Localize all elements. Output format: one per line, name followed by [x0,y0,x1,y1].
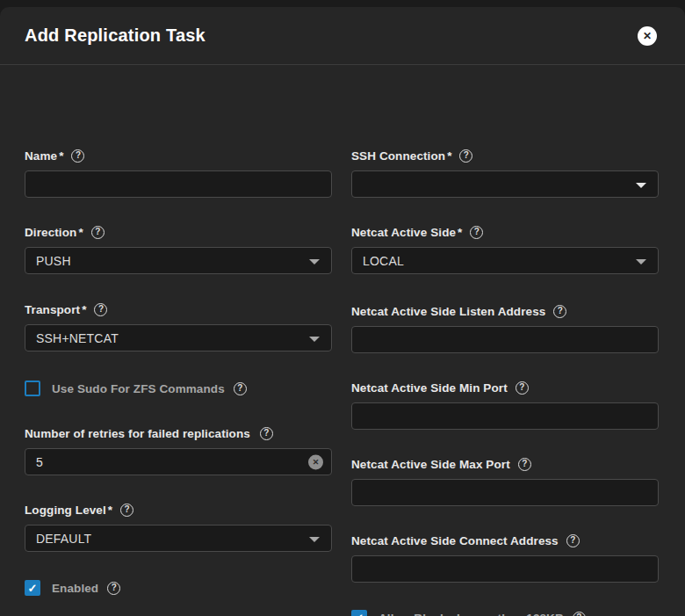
chevron-down-icon [309,337,320,342]
help-icon[interactable]: ? [516,381,529,395]
use-sudo-checkbox[interactable] [25,380,40,396]
help-icon[interactable]: ? [91,226,105,239]
field-netcat-active-side: Netcat Active Side* ? LOCAL [351,225,659,274]
field-listen-address: Netcat Active Side Listen Address ? [351,304,659,353]
listen-address-label: Netcat Active Side Listen Address [351,305,545,318]
netcat-active-side-select[interactable]: LOCAL [351,247,659,274]
help-icon[interactable]: ? [553,305,566,318]
required-marker: * [78,226,83,239]
dialog-header: Add Replication Task ✕ [0,7,685,65]
page-title: Add Replication Task [25,25,206,46]
netcat-active-side-label: Netcat Active Side [351,226,456,239]
check-icon: ✓ [28,583,38,594]
field-direction: Direction* ? PUSH [25,225,332,274]
required-marker: * [458,226,462,239]
field-ssh-connection: SSH Connection* ? [351,149,659,198]
field-allow-blocks: ✓ Allow Blocks Larger than 128KB ? [351,609,586,616]
required-marker: * [108,504,112,517]
help-icon[interactable]: ? [120,504,133,517]
retries-label: Number of retries for failed replication… [25,427,250,440]
field-connect-address: Netcat Active Side Connect Address ? [351,533,659,583]
direction-label: Direction [25,226,76,239]
direction-select[interactable]: PUSH [25,247,332,274]
required-marker: * [82,303,86,316]
max-port-input[interactable] [351,479,659,506]
required-marker: * [59,149,63,163]
listen-address-input[interactable] [351,326,659,353]
help-icon[interactable]: ? [518,458,531,471]
chevron-down-icon [309,259,320,265]
field-min-port: Netcat Active Side Min Port ? [351,380,659,430]
ssh-connection-select[interactable] [351,170,659,198]
transport-select[interactable]: SSH+NETCAT [25,324,332,351]
field-enabled: ✓ Enabled ? [25,579,120,597]
add-replication-task-dialog: Add Replication Task ✕ Name* ? Direction… [0,7,685,616]
connect-address-label: Netcat Active Side Connect Address [351,534,559,547]
connect-address-input[interactable] [351,555,659,583]
check-icon: ✓ [355,612,364,616]
allow-blocks-checkbox[interactable]: ✓ [351,610,367,616]
help-icon[interactable]: ? [260,427,273,440]
chevron-down-icon [636,183,646,188]
required-marker: * [447,149,451,163]
max-port-label: Netcat Active Side Max Port [351,458,510,471]
replication-form: Name* ? Direction* ? PUSH Transport* ? [0,65,685,615]
clear-icon[interactable]: ✕ [308,454,323,469]
close-icon[interactable]: ✕ [638,26,657,46]
chevron-down-icon [309,537,320,542]
help-icon[interactable]: ? [566,534,580,547]
name-input[interactable] [25,170,332,198]
help-icon[interactable]: ? [94,303,107,316]
logging-level-label: Logging Level [25,504,106,517]
enabled-checkbox[interactable]: ✓ [25,580,40,596]
help-icon[interactable]: ? [459,149,472,163]
chevron-down-icon [636,259,646,265]
transport-label: Transport [25,303,80,316]
allow-blocks-label: Allow Blocks Larger than 128KB [379,612,564,616]
field-name: Name* ? [25,149,332,198]
field-use-sudo: Use Sudo For ZFS Commands ? [25,380,247,397]
field-max-port: Netcat Active Side Max Port ? [351,457,659,506]
min-port-label: Netcat Active Side Min Port [351,381,508,395]
help-icon[interactable]: ? [470,226,483,239]
help-icon[interactable]: ? [107,582,120,595]
help-icon[interactable]: ? [71,149,84,163]
field-transport: Transport* ? SSH+NETCAT [25,302,332,351]
min-port-input[interactable] [351,402,659,430]
use-sudo-label: Use Sudo For ZFS Commands [52,382,225,395]
help-icon[interactable]: ? [234,382,247,395]
field-logging-level: Logging Level* ? DEFAULT [25,503,332,552]
help-icon[interactable]: ? [573,612,586,616]
ssh-connection-label: SSH Connection [351,149,445,163]
retries-input[interactable] [25,448,332,475]
name-label: Name [25,149,57,163]
field-retries: Number of retries for failed replication… [25,426,332,475]
enabled-label: Enabled [52,582,98,595]
logging-level-select[interactable]: DEFAULT [25,525,332,552]
